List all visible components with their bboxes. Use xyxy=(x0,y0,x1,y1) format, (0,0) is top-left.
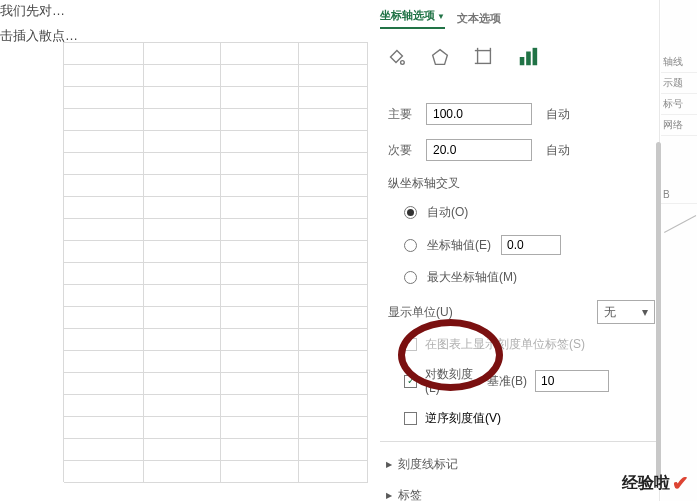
log-scale-label: 对数刻度(L) xyxy=(425,367,473,396)
radio-auto[interactable]: 自动(O) xyxy=(380,204,659,221)
minor-unit-label: 次要 xyxy=(388,142,426,159)
radio-axis-value[interactable]: 坐标轴值(E) xyxy=(380,235,659,255)
radio-label: 自动(O) xyxy=(427,204,468,221)
radio-label: 坐标轴值(E) xyxy=(427,237,491,254)
major-unit-input[interactable] xyxy=(426,103,532,125)
log-base-input[interactable] xyxy=(535,370,609,392)
radio-icon xyxy=(404,239,417,252)
svg-rect-1 xyxy=(478,51,491,64)
fill-bucket-icon[interactable] xyxy=(385,46,407,72)
svg-marker-0 xyxy=(433,50,448,65)
svg-rect-8 xyxy=(533,48,538,65)
pentagon-icon[interactable] xyxy=(429,46,451,72)
log-base-label: 基准(B) xyxy=(487,373,527,390)
tab-text-options[interactable]: 文本选项 xyxy=(457,11,501,26)
chevron-down-icon: ▼ xyxy=(437,12,445,21)
axis-cross-title: 纵坐标轴交叉 xyxy=(380,175,659,192)
chevron-down-icon: ▾ xyxy=(642,305,648,319)
svg-rect-7 xyxy=(526,52,531,66)
display-units-select[interactable]: 无 ▾ xyxy=(597,300,655,324)
format-axis-panel: 坐标轴选项▼ 文本选项 主要 自动 次要 自动 纵坐标轴交叉 自动(O) 坐标轴… xyxy=(370,0,660,501)
triangle-right-icon: ▶ xyxy=(386,460,392,469)
radio-icon xyxy=(404,206,417,219)
size-properties-icon[interactable] xyxy=(473,46,495,72)
show-units-on-chart-checkbox xyxy=(404,338,417,351)
log-scale-checkbox[interactable] xyxy=(404,375,417,388)
expander-labels[interactable]: ▶ 标签 xyxy=(380,487,659,501)
radio-label: 最大坐标轴值(M) xyxy=(427,269,517,286)
major-unit-auto: 自动 xyxy=(546,106,570,123)
watermark-logo: 经验啦✔ xyxy=(622,471,689,495)
minor-unit-auto: 自动 xyxy=(546,142,570,159)
display-units-label: 显示单位(U) xyxy=(388,304,453,321)
radio-icon xyxy=(404,271,417,284)
checkmark-icon: ✔ xyxy=(672,471,689,495)
bar-chart-icon[interactable] xyxy=(517,46,539,72)
show-units-on-chart-label: 在图表上显示刻度单位标签(S) xyxy=(425,336,585,353)
spreadsheet-grid[interactable] xyxy=(63,42,368,482)
reverse-order-checkbox[interactable] xyxy=(404,412,417,425)
major-unit-label: 主要 xyxy=(388,106,426,123)
context-line: 我们先对… xyxy=(0,2,78,20)
svg-rect-6 xyxy=(520,57,525,65)
radio-max-axis-value[interactable]: 最大坐标轴值(M) xyxy=(380,269,659,286)
reverse-order-label: 逆序刻度值(V) xyxy=(425,410,501,427)
tab-axis-options[interactable]: 坐标轴选项▼ xyxy=(380,8,445,29)
minor-unit-input[interactable] xyxy=(426,139,532,161)
axis-value-input[interactable] xyxy=(501,235,561,255)
expander-tick-marks[interactable]: ▶ 刻度线标记 xyxy=(380,456,659,473)
triangle-right-icon: ▶ xyxy=(386,491,392,500)
display-units-value: 无 xyxy=(604,304,616,321)
